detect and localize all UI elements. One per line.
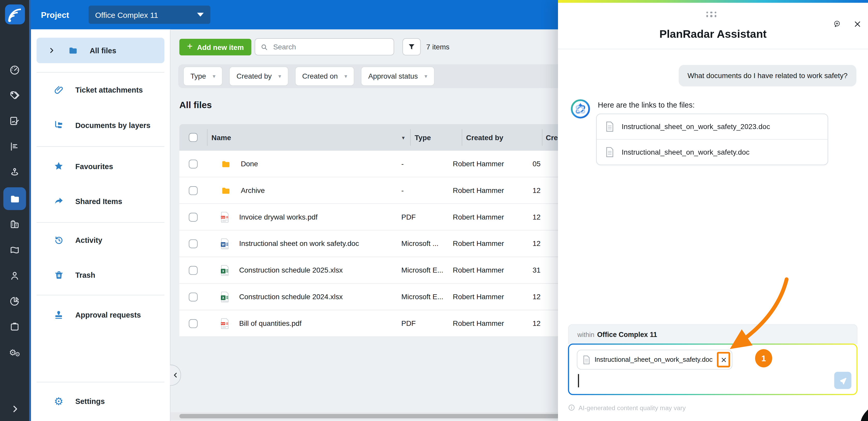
feedback-bubble-icon	[833, 18, 841, 30]
chevron-right-icon[interactable]	[44, 47, 59, 54]
row-checkbox[interactable]	[189, 239, 197, 248]
file-link[interactable]: Instructional_sheet_on_work_safety_2023.…	[597, 114, 828, 139]
sidebar-item-all-files[interactable]: All files	[36, 38, 164, 63]
sidebar-item-approval-requests[interactable]: Approval requests	[36, 302, 164, 328]
within-label: within	[578, 331, 594, 338]
file-link[interactable]: Instructional_sheet_on_work_safety.doc	[597, 139, 828, 165]
filter-chip-type[interactable]: Type ▾	[183, 66, 223, 86]
feedback-bubble-button[interactable]	[830, 17, 844, 31]
sidebar-item-shared-items[interactable]: Shared Items	[36, 189, 164, 214]
row-checkbox[interactable]	[189, 159, 197, 168]
app-rail: ⚙⚙	[0, 0, 29, 421]
chevron-down-icon	[197, 13, 204, 17]
paperclip-icon	[48, 85, 70, 95]
document-icon	[583, 355, 590, 364]
scope-row: within Office Complex 11	[568, 324, 858, 344]
search-input[interactable]	[272, 42, 388, 52]
dashboard-gauge-icon[interactable]	[3, 59, 26, 81]
sidebar-item-ticket-attachments[interactable]: Ticket attachments	[36, 77, 164, 103]
close-icon	[854, 20, 861, 28]
tags-icon[interactable]	[3, 84, 26, 107]
project-selector[interactable]: Office Complex 11	[89, 5, 210, 24]
folder-icon	[8, 193, 21, 205]
sidebar-item-trash[interactable]: Trash	[36, 262, 164, 288]
share-arrow-icon	[48, 196, 70, 207]
rail-expand-button[interactable]	[3, 397, 26, 420]
add-new-item-button[interactable]: + Add new item	[179, 39, 252, 55]
info-icon	[568, 404, 575, 411]
svg-text:PDF: PDF	[221, 322, 225, 325]
remove-attachment-button[interactable]	[717, 352, 730, 367]
filter-chip-created-on[interactable]: Created on ▾	[295, 66, 354, 86]
filter-chip-approval-status[interactable]: Approval status ▾	[361, 66, 435, 86]
trash-icon	[48, 270, 70, 280]
svg-text:X: X	[222, 296, 224, 300]
files-sidebar: All files Ticket attachments Documents b…	[31, 29, 170, 421]
sidebar-item-activity[interactable]: Activity	[36, 227, 164, 253]
document-icon	[606, 121, 614, 132]
attachment-chip[interactable]: Instructional_sheet_on_work_safety.doc	[577, 349, 733, 369]
row-checkbox[interactable]	[189, 213, 197, 221]
assistant-message: Here are the links to the files:	[598, 101, 695, 109]
message-input[interactable]: Instructional_sheet_on_work_safety.doc 1	[569, 345, 857, 394]
chevron-left-icon	[172, 372, 179, 378]
column-header-created-by[interactable]: Created by	[462, 124, 542, 151]
app-window: ⚙⚙ Project Office Complex 11 All files	[0, 0, 868, 421]
assistant-panel: PlanRadar Assistant What documents do I …	[558, 0, 868, 421]
svg-text:X: X	[222, 269, 224, 273]
close-panel-button[interactable]	[850, 17, 865, 31]
sidebar-item-favourites[interactable]: Favourites	[36, 153, 164, 179]
annotation-badge: 1	[755, 349, 772, 367]
divider	[558, 49, 868, 49]
project-name: Office Complex 11	[95, 10, 197, 19]
sidebar-item-documents-by-layers[interactable]: Documents by layers	[36, 112, 164, 138]
row-checkbox[interactable]	[189, 186, 197, 195]
chevron-down-icon: ▾	[213, 73, 215, 79]
settings-gears-icon[interactable]: ⚙⚙	[3, 341, 26, 364]
clipboard-icon[interactable]	[3, 315, 26, 338]
scrollbar-thumb[interactable]	[179, 414, 576, 418]
sort-caret-icon[interactable]: ▾	[402, 135, 405, 141]
word-file-icon: W	[220, 238, 230, 249]
composer: within Office Complex 11 Instructional_s…	[568, 324, 858, 344]
pdf-file-icon: PDF	[220, 318, 230, 329]
column-header-type[interactable]: Type	[410, 124, 462, 151]
row-checkbox[interactable]	[189, 292, 197, 301]
svg-text:PDF: PDF	[221, 216, 225, 218]
documents-rail-item[interactable]	[3, 187, 26, 210]
disclaimer: AI-generated content quality may vary	[568, 404, 686, 411]
assistant-avatar	[570, 99, 591, 119]
person-location-icon[interactable]	[3, 161, 26, 184]
paper-plane-icon	[838, 376, 847, 385]
drag-handle-icon[interactable]	[706, 11, 716, 17]
text-cursor	[578, 374, 579, 387]
row-checkbox[interactable]	[189, 266, 197, 275]
planradar-logo[interactable]	[5, 4, 25, 24]
filter-button[interactable]	[402, 38, 421, 55]
planradar-logo-icon	[7, 6, 23, 23]
person-icon[interactable]	[3, 264, 26, 287]
pie-chart-icon[interactable]	[3, 290, 26, 313]
divider	[36, 382, 164, 382]
select-all-checkbox[interactable]	[189, 133, 197, 142]
flag-icon[interactable]	[3, 239, 26, 262]
column-header-name[interactable]: Name ▾	[207, 124, 410, 151]
user-message: What documents do I have related to work…	[679, 65, 857, 87]
divider	[36, 146, 164, 147]
form-signature-icon[interactable]	[3, 110, 26, 132]
send-button[interactable]	[834, 372, 851, 389]
gear-icon: ⚙	[48, 396, 70, 406]
rail-accent-strip	[29, 0, 31, 421]
search-box	[255, 38, 394, 55]
document-icon	[606, 147, 614, 158]
folder-icon	[62, 45, 84, 56]
sidebar-item-settings[interactable]: ⚙ Settings	[36, 388, 164, 414]
file-links-card: Instructional_sheet_on_work_safety_2023.…	[596, 114, 828, 165]
plus-icon: +	[187, 41, 192, 52]
svg-text:W: W	[222, 243, 225, 246]
row-checkbox[interactable]	[189, 319, 197, 328]
buildings-icon[interactable]	[3, 213, 26, 235]
gantt-chart-icon[interactable]	[3, 135, 26, 158]
mouse-cursor	[860, 410, 868, 421]
filter-chip-created-by[interactable]: Created by ▾	[229, 66, 288, 86]
